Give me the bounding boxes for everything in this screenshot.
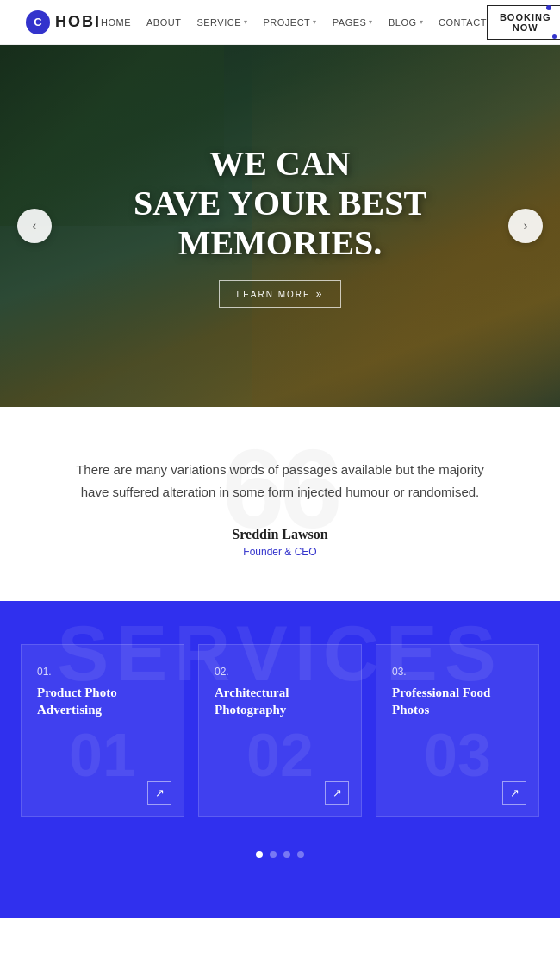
hero-section: WE CAN SAVE YOUR BEST MEMORIES. LEARN MO…: [0, 45, 560, 407]
quote-text: There are many variations words of passa…: [69, 459, 491, 503]
carousel-dot-2[interactable]: [270, 851, 277, 858]
service-card-2[interactable]: 02. Architectural Photography 02 ↗: [198, 644, 362, 817]
carousel-dot-1[interactable]: [256, 851, 263, 858]
nav-accent-dot-bottom: [552, 34, 557, 39]
hero-prev-button[interactable]: ‹: [17, 209, 52, 243]
nav-about[interactable]: ABOUT: [146, 17, 181, 28]
left-arrow-icon: ‹: [32, 218, 36, 234]
hero-next-button[interactable]: ›: [508, 209, 543, 243]
service-arrow-3[interactable]: ↗: [502, 781, 526, 805]
carousel-dot-4[interactable]: [297, 851, 304, 858]
navbar: C HOBI HOME ABOUT SERVICE ▾ PROJECT ▾ PA…: [0, 0, 560, 45]
service-arrow-1[interactable]: ↗: [147, 781, 171, 805]
service-num-2: 02.: [215, 666, 345, 678]
quote-section: 66 There are many variations words of pa…: [0, 407, 560, 601]
carousel-dots: [0, 842, 560, 875]
service-arrow-2[interactable]: ↗: [325, 781, 349, 805]
logo-icon: C: [26, 10, 50, 34]
nav-contact[interactable]: CONTACT: [439, 17, 487, 28]
hero-content: WE CAN SAVE YOUR BEST MEMORIES. LEARN MO…: [0, 144, 560, 308]
hero-title: WE CAN SAVE YOUR BEST MEMORIES.: [0, 144, 560, 263]
nav-pages[interactable]: PAGES ▾: [333, 17, 373, 28]
service-card-1[interactable]: 01. Product Photo Advertising 01 ↗: [21, 644, 184, 817]
nav-accent-dot-top: [546, 5, 551, 10]
nav-service[interactable]: SERVICE ▾: [196, 17, 247, 28]
nav-links: HOME ABOUT SERVICE ▾ PROJECT ▾ PAGES ▾ B…: [101, 17, 487, 28]
quote-author: Sreddin Lawson: [69, 527, 491, 542]
learn-more-button[interactable]: LEARN MORE »: [219, 280, 342, 308]
logo-name: HOBI: [55, 13, 101, 31]
logo[interactable]: C HOBI: [26, 10, 101, 34]
carousel-dot-3[interactable]: [283, 851, 290, 858]
nav-project[interactable]: PROJECT ▾: [264, 17, 317, 28]
right-arrow-icon: ›: [523, 218, 527, 234]
service-num-1: 01.: [37, 666, 168, 678]
services-cards: 01. Product Photo Advertising 01 ↗ 02. A…: [0, 627, 560, 842]
learn-more-arrows: »: [316, 288, 324, 300]
nav-blog[interactable]: BLOG ▾: [389, 17, 423, 28]
nav-home[interactable]: HOME: [101, 17, 131, 28]
service-card-3[interactable]: 03. Professional Food Photos 03 ↗: [376, 644, 539, 817]
service-num-3: 03.: [392, 666, 523, 678]
services-section: SERVICES 01. Product Photo Advertising 0…: [0, 601, 560, 918]
